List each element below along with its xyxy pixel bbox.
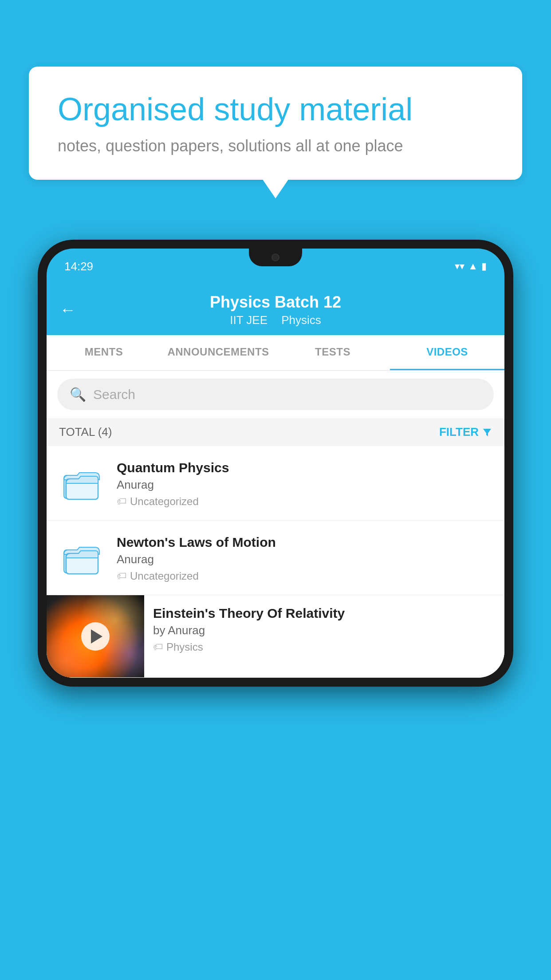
folder-svg (62, 463, 102, 503)
phone-outer: 14:29 ▾▾ ▲ ▮ ← Physics Batch 12 IIT JEE … (38, 240, 513, 687)
video-thumbnail (47, 595, 144, 677)
video-folder-icon (57, 458, 106, 507)
app-header: ← Physics Batch 12 IIT JEE Physics (47, 284, 504, 335)
list-item[interactable]: Newton's Laws of Motion Anurag 🏷 Uncateg… (47, 521, 504, 595)
status-time: 14:29 (64, 260, 93, 273)
speech-bubble: Organised study material notes, question… (29, 67, 522, 180)
camera-dot (272, 253, 279, 261)
battery-icon: ▮ (481, 261, 487, 272)
video-folder-icon (57, 533, 106, 582)
folder-svg (62, 537, 102, 577)
list-item[interactable]: Quantum Physics Anurag 🏷 Uncategorized (47, 446, 504, 521)
header-title: Physics Batch 12 (60, 293, 491, 312)
bubble-subtitle: notes, question papers, solutions all at… (58, 137, 493, 155)
bubble-title: Organised study material (58, 91, 493, 128)
status-icons: ▾▾ ▲ ▮ (455, 261, 487, 272)
phone-screen: ← Physics Batch 12 IIT JEE Physics MENTS… (47, 284, 504, 678)
tab-ments[interactable]: MENTS (47, 335, 161, 370)
signal-icon: ▲ (468, 261, 478, 272)
tag-icon: 🏷 (117, 570, 126, 582)
status-bar: 14:29 ▾▾ ▲ ▮ (47, 249, 504, 284)
search-bar-container: 🔍 Search (47, 371, 504, 418)
video-info: Newton's Laws of Motion Anurag 🏷 Uncateg… (117, 533, 494, 582)
filter-row: TOTAL (4) FILTER (47, 418, 504, 446)
wifi-icon: ▾▾ (455, 261, 464, 272)
search-input[interactable]: Search (93, 387, 135, 402)
header-subtitle: IIT JEE Physics (60, 313, 491, 327)
video-author: Anurag (117, 553, 494, 566)
tag-label: Physics (166, 641, 203, 653)
video-tag: 🏷 Uncategorized (117, 570, 494, 582)
filter-label: FILTER (439, 425, 479, 439)
video-tag: 🏷 Uncategorized (117, 495, 494, 508)
tab-announcements[interactable]: ANNOUNCEMENTS (161, 335, 276, 370)
video-tag: 🏷 Physics (153, 641, 496, 653)
search-bar[interactable]: 🔍 Search (57, 379, 494, 410)
phone-wrapper: 14:29 ▾▾ ▲ ▮ ← Physics Batch 12 IIT JEE … (38, 240, 513, 980)
speech-bubble-container: Organised study material notes, question… (29, 67, 522, 180)
video-title: Quantum Physics (117, 460, 494, 475)
tag-icon: 🏷 (117, 496, 126, 507)
video-author: by Anurag (153, 624, 496, 637)
tag-icon: 🏷 (153, 641, 163, 653)
back-button[interactable]: ← (60, 300, 76, 319)
tag-label: Uncategorized (130, 495, 199, 508)
notch (249, 249, 302, 266)
video-list: Quantum Physics Anurag 🏷 Uncategorized (47, 446, 504, 678)
total-count: TOTAL (4) (59, 425, 112, 439)
video-author: Anurag (117, 478, 494, 492)
list-item[interactable]: Einstein's Theory Of Relativity by Anura… (47, 595, 504, 678)
play-button[interactable] (81, 622, 110, 651)
header-subject: Physics (281, 313, 321, 327)
tabs-bar: MENTS ANNOUNCEMENTS TESTS VIDEOS (47, 335, 504, 371)
svg-marker-0 (483, 429, 491, 436)
video-info: Quantum Physics Anurag 🏷 Uncategorized (117, 458, 494, 508)
tab-tests[interactable]: TESTS (276, 335, 390, 370)
search-icon: 🔍 (70, 387, 86, 402)
play-triangle-icon (91, 629, 102, 644)
video-title: Newton's Laws of Motion (117, 535, 494, 550)
tab-videos[interactable]: VIDEOS (390, 335, 504, 370)
video-info: Einstein's Theory Of Relativity by Anura… (144, 595, 504, 664)
header-course: IIT JEE (230, 313, 268, 327)
filter-icon (482, 427, 492, 437)
tag-label: Uncategorized (130, 570, 199, 582)
filter-button[interactable]: FILTER (439, 425, 492, 439)
video-title: Einstein's Theory Of Relativity (153, 606, 496, 621)
